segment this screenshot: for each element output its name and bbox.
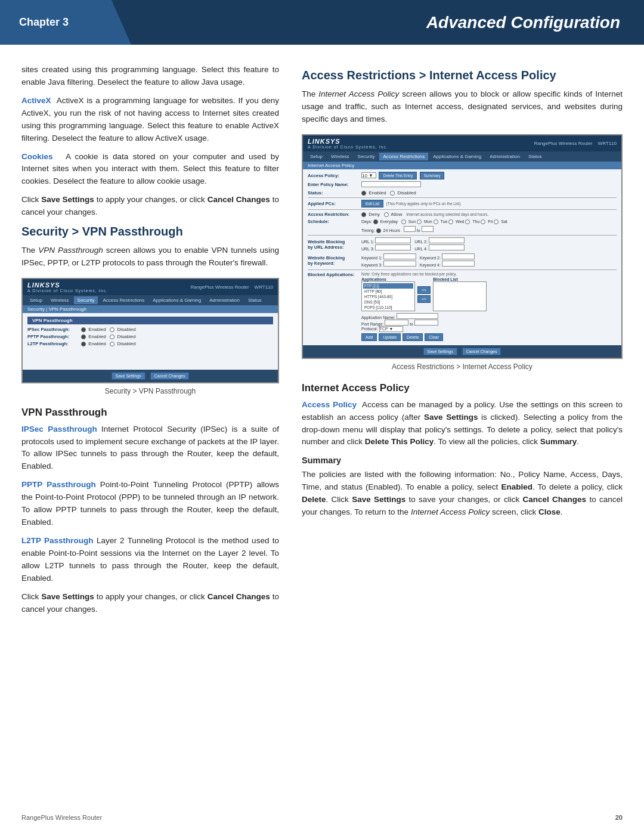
update-btn[interactable]: Update [379,333,401,341]
page-header: Chapter 3 Advanced Configuration [0,0,644,45]
ipsec-row: IPSec Passthrough: Enabled Disabled [27,327,273,332]
clear-btn[interactable]: Clear [425,333,443,341]
port-end-input[interactable] [414,320,438,326]
vpn-section-label: VPN Passthrough [27,317,273,324]
access-caption: Access Restrictions > Internet Access Po… [302,361,623,373]
vpn-heading: VPN Passthrough [21,407,279,419]
access-nav-setup: Setup [306,153,326,160]
apps-list[interactable]: FTP [21] HTTP [80] HTTPS [443-80] DNS [5… [361,281,415,311]
protocol-select[interactable]: TCP ▼ [379,326,403,332]
app-voip[interactable]: VoIP [142-142] [363,310,413,311]
linksys-logo-access: LINKSYSA Division of Cisco Systems, Inc. [308,138,388,149]
access-body: Access Policy: 10 ▼ Delete This Entry Su… [303,169,621,345]
intro-para-1: sites created using this programming lan… [21,64,279,89]
summary-para: The policies are listed with the followi… [302,469,623,519]
access-nav-security: Security [354,153,379,160]
app-ftp[interactable]: FTP [21] [363,283,413,289]
access-nav-apps: Applications & Gaming [429,153,485,160]
kw4-input[interactable] [442,261,475,267]
divider-3 [308,235,617,236]
delete-btn[interactable]: Delete [402,333,423,341]
divider-2 [308,209,617,210]
activex-term: ActiveX [21,96,51,105]
access-cancel-btn[interactable]: Cancel Changes [462,348,501,355]
access-screenshot: LINKSYSA Division of Cisco Systems, Inc.… [302,134,623,359]
kw2-input[interactable] [442,253,475,259]
header-title: Advanced Configuration [131,0,644,45]
linksys-logo-security: LINKSYSA Division of Cisco Systems, Inc. [27,281,108,293]
nav-status: Status [244,296,265,304]
summary-btn[interactable]: Summary [420,172,445,179]
security-body: VPN Passthrough IPSec Passthrough: Enabl… [23,313,278,370]
schedule-row: Schedule: Days: Everyday Sun Mon Tue Wed… [308,219,617,224]
internet-policy-heading: Internet Access Policy [302,382,623,394]
edit-list-btn[interactable]: Edit List [361,200,383,208]
left-column: sites created using this programming lan… [21,64,296,621]
app-https[interactable]: HTTPS [443-80] [363,294,413,299]
nav-admin: Administration [206,296,243,304]
linksys-model-access: RangePlus Wireless Router WRT110 [534,141,617,146]
access-heading: Access Restrictions > Internet Access Po… [302,69,623,82]
access-nav-status: Status [525,153,546,160]
url3-input[interactable] [375,244,411,250]
pptp-enabled-radio [81,335,86,339]
cookies-term: Cookies [21,152,53,161]
add-app-btn[interactable]: >> [417,286,431,294]
status-disabled-radio [390,191,395,196]
website-url-row: Website Blockingby URL Address: URL 1: U… [308,237,617,252]
security-caption: Security > VPN Passthrough [21,386,279,397]
app-name-input[interactable] [397,313,438,319]
l2tp-term: L2TP Passthrough [21,536,94,545]
access-linksys-header: LINKSYSA Division of Cisco Systems, Inc.… [303,135,621,151]
nav-apps: Applications & Gaming [149,296,205,304]
l2tp-row: L2TP Passthrough: Enabled Disabled [27,341,273,346]
summary-subheading: Summary [302,456,623,465]
save-note-1: Click Save Settings to apply your change… [21,194,279,219]
url2-input[interactable] [429,237,465,243]
policy-select[interactable]: 10 ▼ [361,172,376,178]
access-save-btn[interactable]: Save Settings [423,348,457,355]
allow-radio [384,212,389,217]
l2tp-disabled-radio [110,342,114,346]
security-footer: Save Settings Cancel Changes [23,370,278,382]
blocked-list[interactable] [433,281,487,311]
policy-name-input[interactable] [361,181,421,187]
app-pop3[interactable]: POP3 [110-110] [363,305,413,310]
pptp-row: PPTP Passthrough: Enabled Disabled [27,334,273,339]
access-nav-wireless: Wireless [327,153,353,160]
security-cancel-btn[interactable]: Cancel Changes [150,372,190,380]
security-save-btn[interactable]: Save Settings [112,372,145,380]
access-nav-admin: Administration [486,153,524,160]
footer-page: 20 [615,814,623,821]
app-http[interactable]: HTTP [80] [363,289,413,294]
linksys-header: LINKSYSA Division of Cisco Systems, Inc.… [23,279,278,295]
divider-4 [308,270,617,270]
access-section-label: Internet Access Policy [303,162,621,169]
kw1-input[interactable] [383,253,416,259]
ipsec-para: IPSec Passthrough Internet Protocol Secu… [21,423,279,473]
add-btn[interactable]: Add [361,333,377,341]
security-screenshot: LINKSYSA Division of Cisco Systems, Inc.… [21,278,279,383]
activex-para: ActiveX ActiveX is a programming languag… [21,95,279,145]
security-heading: Security > VPN Passthrough [21,225,279,239]
access-nav: Setup Wireless Security Access Restricti… [303,151,621,162]
remove-app-btn[interactable]: << [417,295,431,303]
security-section-label: Security | VPN Passthrough [23,305,278,313]
policy-row: Access Policy: 10 ▼ Delete This Entry Su… [308,172,617,179]
l2tp-enabled-radio [81,342,86,346]
pptp-term: PPTP Passthrough [21,480,96,489]
app-dns[interactable]: DNS [53] [363,299,413,305]
nav-security: Security [74,296,98,304]
port-start-input[interactable] [385,320,408,326]
url4-input[interactable] [429,244,465,250]
cookies-para: Cookies A cookie is data stored on your … [21,151,279,188]
access-intro: The Internet Access Policy screen allows… [302,88,623,126]
access-restriction-row: Access Restriction: Deny Allow Internet … [308,212,617,217]
kw3-input[interactable] [383,261,416,267]
l2tp-para: L2TP Passthrough Layer 2 Tunneling Proto… [21,535,279,585]
delete-entry-btn[interactable]: Delete This Entry [379,172,417,179]
page-title: Advanced Configuration [426,13,620,32]
security-intro: The VPN Passthrough screen allows you to… [21,244,279,270]
access-policy-term: Access Policy [302,400,357,409]
url1-input[interactable] [375,237,411,243]
